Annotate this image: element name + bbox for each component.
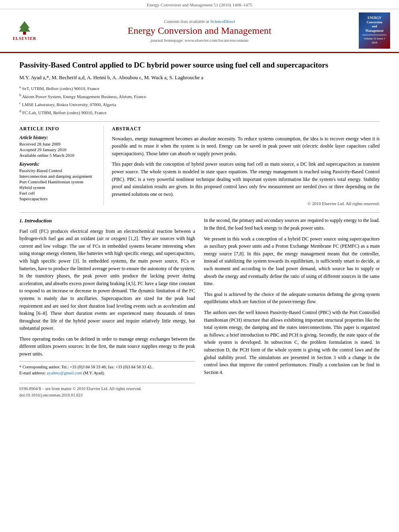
divider-body [19,212,380,213]
authors-line: M.Y. Ayad a,*, M. Becherif a,d, A. Henni… [19,74,380,81]
body-col1-para-1: Fuel cell (FC) produces electrical energ… [19,228,195,332]
elsevier-logo-area: ELSEVIER [6,12,43,49]
svg-rect-0 [23,32,26,35]
keyword-3: Port Controlled Hamiltonian system [19,179,98,184]
authors-text: M.Y. Ayad a,*, M. Becherif a,d, A. Henni… [19,74,204,80]
abstract-text: Nowadays, energy management becomes an a… [112,135,380,198]
abstract-para-1: Nowadays, energy management becomes an a… [112,135,380,158]
cover-line-2: Conversion [366,21,384,25]
journal-ref: Energy Conversion and Management 51 (201… [147,2,252,7]
footer-doi: doi:10.1016/j.enconman.2010.01.023 [19,392,195,398]
article-info-col: ARTICLE INFO Article history: Received 2… [19,126,104,206]
journal-title: Energy Conversion and Management [128,25,271,36]
received-date: Received 28 June 2009 [19,142,98,146]
elsevier-name: ELSEVIER [13,36,37,41]
keyword-4: Hybrid system [19,185,98,190]
affiliation-a: a SeT, UTBM, Belfort (cedex) 90010, Fran… [19,84,380,92]
sciencedirect-link[interactable]: ScienceDirect [210,19,235,24]
article-history-label: Article history: [19,135,98,140]
online-date: Available online 5 March 2010 [19,153,98,158]
body-col2-para-4: The authors uses the well known Passivit… [204,309,380,376]
svg-marker-3 [19,26,31,32]
section1-heading: 1. Introduction [19,217,195,225]
article-content: Passivity-Based Control applied to DC hy… [0,53,399,409]
cover-detail-1: Volume 51 Issue 7 [364,37,385,41]
top-bar: Energy Conversion and Management 51 (201… [0,0,399,9]
body-col2-para-1: In the second, the primary and secondary… [204,217,380,232]
affiliations: a SeT, UTBM, Belfort (cedex) 90010, Fran… [19,84,380,117]
body-columns: 1. Introduction Fuel cell (FC) produces … [19,217,380,398]
cover-line-3: and [366,25,384,29]
sciencedirect-prefix: Contents lists available at [164,19,209,24]
cover-detail-2: 2010 [364,41,385,45]
journal-homepage: journal homepage: www.elsevier.com/locat… [150,38,249,43]
cover-line-1: ENERGY [366,16,384,20]
keyword-2: Interconnection and damping assignment [19,174,98,179]
footnote-corresponding: * Corresponding author. Tel.: +33 (0)3 8… [19,364,195,370]
footnote-email: E-mail address: ayadmy@gmail.com (M.Y. A… [19,370,195,376]
journal-header-center: Contents lists available at ScienceDirec… [47,12,352,49]
sciencedirect-line: Contents lists available at ScienceDirec… [164,19,235,24]
keywords-label: Keywords: [19,162,98,166]
copyright-line: © 2010 Elsevier Ltd. All rights reserved… [112,201,380,206]
affiliation-c: c LMSE Laboratory, Biskra University, 07… [19,100,380,108]
affiliation-d: d FC-Lab, UTBM, Belfort (cedex) 90010, F… [19,108,380,116]
cover-line-4: Management [366,29,384,33]
article-title: Passivity-Based Control applied to DC hy… [19,60,380,70]
divider-top [19,121,380,122]
body-col2-para-2: We present in this work a conception of … [204,235,380,288]
affiliation-b: b Aktom Power System, Energy Management … [19,92,380,100]
keyword-1: Passivity-Based Control [19,168,98,173]
footnote-area: * Corresponding author. Tel.: +33 (0)3 8… [19,361,195,377]
page-wrapper: Energy Conversion and Management 51 (201… [0,0,399,532]
article-info-heading: ARTICLE INFO [19,126,98,132]
journal-cover-image: ENERGY Conversion and Management Volume … [359,12,390,49]
body-col2-para-3: This goal is achieved by the choice of t… [204,291,380,306]
journal-footer-bar: 0196-8904/$ – see front matter © 2010 El… [19,383,195,399]
footer-issn: 0196-8904/$ – see front matter © 2010 El… [19,386,195,392]
body-col-right: In the second, the primary and secondary… [204,217,380,398]
accepted-date: Accepted 29 January 2010 [19,147,98,152]
body-col1-para-2: Three operating modes can be defined in … [19,335,195,358]
keyword-6: Supercapacitors [19,196,98,201]
journal-cover-area: ENERGY Conversion and Management Volume … [356,12,393,49]
email-link[interactable]: ayadmy@gmail.com [47,371,82,375]
abstract-para-2: This paper deals with the conception of … [112,160,380,198]
elsevier-logo: ELSEVIER [8,21,41,41]
journal-header: ELSEVIER Contents lists available at Sci… [0,9,399,53]
body-col-left: 1. Introduction Fuel cell (FC) produces … [19,217,195,398]
elsevier-tree-icon [12,21,37,35]
info-abstract-row: ARTICLE INFO Article history: Received 2… [19,126,380,206]
abstract-heading: ABSTRACT [112,126,380,132]
keyword-5: Fuel cell [19,191,98,195]
abstract-col: ABSTRACT Nowadays, energy management bec… [112,126,380,206]
